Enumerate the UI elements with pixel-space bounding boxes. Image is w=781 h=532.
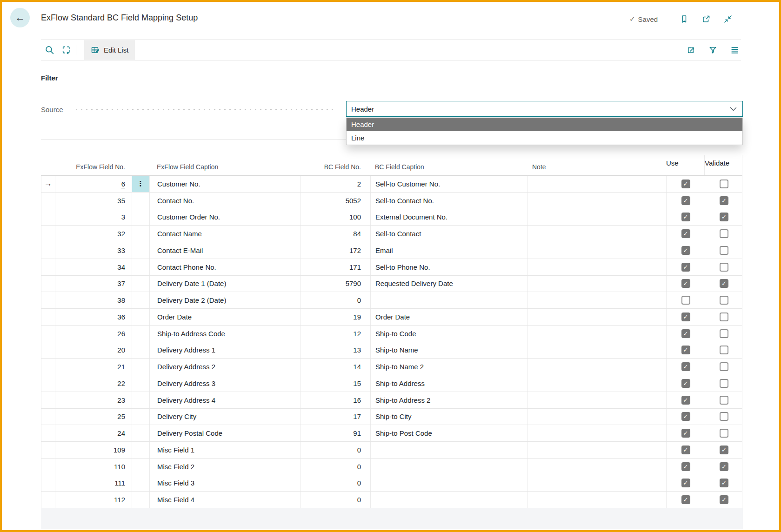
cell-bc-field-caption[interactable] bbox=[371, 442, 528, 458]
validate-checkbox[interactable] bbox=[720, 263, 728, 272]
cell-note[interactable] bbox=[528, 193, 667, 209]
table-row[interactable]: 33Contact E-Mail172Email✓ bbox=[41, 242, 742, 259]
header-use[interactable]: Use bbox=[666, 155, 705, 175]
cell-exflow-field-no[interactable]: 34 bbox=[55, 259, 132, 275]
cell-bc-field-no[interactable]: 15 bbox=[301, 375, 371, 392]
cell-bc-field-no[interactable]: 84 bbox=[301, 226, 371, 242]
use-checkbox[interactable]: ✓ bbox=[681, 213, 690, 221]
use-checkbox[interactable]: ✓ bbox=[681, 229, 690, 238]
cell-note[interactable] bbox=[528, 442, 667, 458]
cell-note[interactable] bbox=[528, 242, 667, 259]
cell-note[interactable] bbox=[528, 292, 667, 308]
cell-bc-field-no[interactable]: 12 bbox=[301, 326, 371, 342]
cell-bc-field-caption[interactable]: Ship-to City bbox=[371, 409, 528, 425]
use-checkbox[interactable]: ✓ bbox=[681, 446, 690, 454]
cell-exflow-field-no[interactable]: 22 bbox=[55, 375, 132, 392]
cell-bc-field-caption[interactable]: Requested Delivery Date bbox=[371, 276, 528, 292]
use-checkbox[interactable]: ✓ bbox=[681, 495, 690, 504]
use-checkbox[interactable]: ✓ bbox=[681, 346, 690, 354]
cell-exflow-field-no[interactable]: 25 bbox=[55, 409, 132, 425]
cell-bc-field-caption[interactable]: Ship-to Post Code bbox=[371, 425, 528, 441]
dropdown-option-line[interactable]: Line bbox=[347, 131, 742, 145]
cell-note[interactable] bbox=[528, 359, 667, 375]
share-button[interactable] bbox=[684, 40, 697, 60]
ellipsis-icon[interactable]: ⋮ bbox=[137, 180, 145, 188]
validate-checkbox[interactable]: ✓ bbox=[720, 279, 728, 288]
validate-checkbox[interactable]: ✓ bbox=[720, 213, 728, 221]
collapse-view-button[interactable] bbox=[721, 13, 734, 26]
cell-note[interactable] bbox=[528, 259, 667, 275]
use-checkbox[interactable]: ✓ bbox=[681, 362, 690, 371]
cell-bc-field-caption[interactable]: Ship-to Name bbox=[371, 342, 528, 359]
table-row[interactable]: 32Contact Name84Sell-to Contact✓ bbox=[41, 226, 742, 242]
cell-note[interactable] bbox=[528, 209, 667, 226]
cell-note[interactable] bbox=[528, 475, 667, 492]
cell-exflow-field-caption[interactable]: Customer No. bbox=[150, 176, 301, 192]
cell-exflow-field-no[interactable]: 36 bbox=[55, 309, 132, 325]
cell-note[interactable] bbox=[528, 375, 667, 392]
use-checkbox[interactable] bbox=[681, 296, 690, 305]
cell-bc-field-caption[interactable] bbox=[371, 459, 528, 475]
validate-checkbox[interactable]: ✓ bbox=[720, 495, 728, 504]
search-button[interactable] bbox=[41, 40, 58, 60]
cell-exflow-field-caption[interactable]: Delivery Postal Code bbox=[150, 425, 301, 441]
cell-note[interactable] bbox=[528, 409, 667, 425]
table-row[interactable]: 38Delivery Date 2 (Date)0 bbox=[41, 292, 742, 309]
header-validate[interactable]: Validate bbox=[705, 155, 742, 175]
cell-bc-field-no[interactable]: 13 bbox=[301, 342, 371, 359]
cell-bc-field-caption[interactable] bbox=[371, 492, 528, 508]
cell-exflow-field-caption[interactable]: Customer Order No. bbox=[150, 209, 301, 226]
cell-exflow-field-no[interactable]: 109 bbox=[55, 442, 132, 458]
cell-exflow-field-caption[interactable]: Misc Field 2 bbox=[150, 459, 301, 475]
table-row[interactable]: 112Misc Field 40✓✓ bbox=[41, 492, 742, 508]
cell-note[interactable] bbox=[528, 392, 667, 408]
cell-bc-field-caption[interactable]: Order Date bbox=[371, 309, 528, 325]
validate-checkbox[interactable] bbox=[720, 412, 728, 421]
cell-note[interactable] bbox=[528, 276, 667, 292]
cell-exflow-field-no[interactable]: 24 bbox=[55, 425, 132, 441]
cell-exflow-field-no[interactable]: 112 bbox=[55, 492, 132, 508]
cell-bc-field-no[interactable]: 14 bbox=[301, 359, 371, 375]
cell-exflow-field-caption[interactable]: Contact Phone No. bbox=[150, 259, 301, 275]
validate-checkbox[interactable] bbox=[720, 180, 728, 188]
use-checkbox[interactable]: ✓ bbox=[681, 279, 690, 288]
validate-checkbox[interactable] bbox=[720, 429, 728, 438]
cell-exflow-field-caption[interactable]: Misc Field 4 bbox=[150, 492, 301, 508]
cell-note[interactable] bbox=[528, 459, 667, 475]
validate-checkbox[interactable] bbox=[720, 346, 728, 354]
cell-bc-field-no[interactable]: 17 bbox=[301, 409, 371, 425]
cell-exflow-field-no[interactable]: 38 bbox=[55, 292, 132, 308]
validate-checkbox[interactable] bbox=[720, 229, 728, 238]
cell-exflow-field-caption[interactable]: Delivery Date 2 (Date) bbox=[150, 292, 301, 308]
cell-exflow-field-no[interactable]: 35 bbox=[55, 193, 132, 209]
cell-note[interactable] bbox=[528, 176, 667, 192]
cell-note[interactable] bbox=[528, 226, 667, 242]
cell-exflow-field-caption[interactable]: Delivery Address 1 bbox=[150, 342, 301, 359]
cell-bc-field-caption[interactable]: Ship-to Name 2 bbox=[371, 359, 528, 375]
cell-exflow-field-caption[interactable]: Delivery Address 4 bbox=[150, 392, 301, 408]
cell-note[interactable] bbox=[528, 326, 667, 342]
cell-exflow-field-caption[interactable]: Misc Field 3 bbox=[150, 475, 301, 492]
table-row[interactable]: 20Delivery Address 113Ship-to Name✓ bbox=[41, 342, 742, 359]
cell-exflow-field-caption[interactable]: Delivery City bbox=[150, 409, 301, 425]
row-actions-cell[interactable]: ⋮ bbox=[132, 176, 150, 192]
cell-exflow-field-caption[interactable]: Order Date bbox=[150, 309, 301, 325]
cell-bc-field-no[interactable]: 100 bbox=[301, 209, 371, 226]
cell-bc-field-caption[interactable]: Sell-to Phone No. bbox=[371, 259, 528, 275]
use-checkbox[interactable]: ✓ bbox=[681, 462, 690, 471]
edit-list-button[interactable]: Edit List bbox=[84, 40, 135, 60]
cell-bc-field-caption[interactable] bbox=[371, 292, 528, 308]
cell-exflow-field-no[interactable]: 111 bbox=[55, 475, 132, 492]
table-row[interactable]: 21Delivery Address 214Ship-to Name 2✓ bbox=[41, 359, 742, 375]
table-row[interactable]: 35Contact No.5052Sell-to Contact No.✓✓ bbox=[41, 193, 742, 209]
validate-checkbox[interactable] bbox=[720, 362, 728, 371]
cell-bc-field-caption[interactable]: Sell-to Contact bbox=[371, 226, 528, 242]
cell-bc-field-caption[interactable]: Email bbox=[371, 242, 528, 259]
designer-button[interactable] bbox=[58, 40, 74, 60]
table-row[interactable]: 34Contact Phone No.171Sell-to Phone No.✓ bbox=[41, 259, 742, 276]
table-row[interactable]: 37Delivery Date 1 (Date)5790Requested De… bbox=[41, 276, 742, 293]
cell-exflow-field-no[interactable]: 20 bbox=[55, 342, 132, 359]
cell-note[interactable] bbox=[528, 492, 667, 508]
header-note[interactable]: Note bbox=[527, 163, 666, 175]
cell-exflow-field-no[interactable]: 23 bbox=[55, 392, 132, 408]
